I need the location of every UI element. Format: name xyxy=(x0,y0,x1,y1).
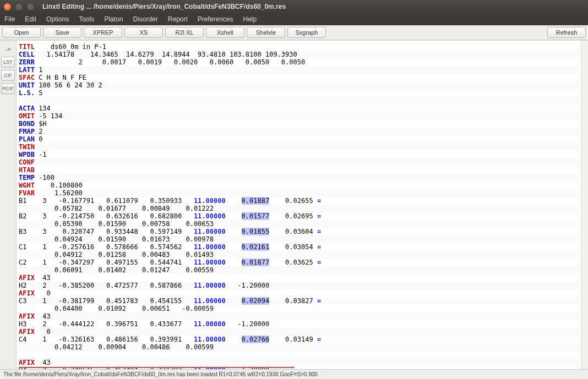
minimize-icon[interactable] xyxy=(15,3,23,11)
menu-edit[interactable]: Edit xyxy=(25,15,36,23)
menu-file[interactable]: File xyxy=(4,15,15,23)
sidebar-arrow[interactable]: -> xyxy=(0,45,16,54)
menu-tools[interactable]: Tools xyxy=(79,15,94,23)
sidebar: -> LST CIF PCIF xyxy=(0,41,17,369)
menu-platon[interactable]: Platon xyxy=(104,15,123,23)
toolbar: Open Save XPREP XS R2l XL Xshell Shelxle… xyxy=(0,25,588,40)
shelxle-button[interactable]: Shelxle xyxy=(247,27,285,38)
tab-cif[interactable]: CIF xyxy=(1,70,15,81)
maximize-icon[interactable] xyxy=(26,3,35,11)
scrollbar[interactable] xyxy=(581,41,588,369)
sxgraph-button[interactable]: Sxgraph xyxy=(287,27,326,38)
window-title: Linxtl Editing ... /home/denis/Piers/Xra… xyxy=(42,3,286,10)
xshell-button[interactable]: Xshell xyxy=(206,27,244,38)
tab-pcif[interactable]: PCIF xyxy=(1,83,15,94)
tab-lst[interactable]: LST xyxy=(1,57,15,68)
xprep-button[interactable]: XPREP xyxy=(84,27,122,38)
statusbar: The file /home/denis/Piers/Xray/Iron_Cob… xyxy=(0,369,588,379)
open-button[interactable]: Open xyxy=(2,27,41,38)
titlebar: Linxtl Editing ... /home/denis/Piers/Xra… xyxy=(0,0,588,13)
refresh-button[interactable]: Refresh xyxy=(547,27,586,38)
menu-disorder[interactable]: Disorder xyxy=(133,15,157,23)
main-area: -> LST CIF PCIF TITL ds60_0m in P-1CELL … xyxy=(0,40,588,369)
xs-button[interactable]: XS xyxy=(124,27,163,38)
menu-preferences[interactable]: Preferences xyxy=(198,15,233,23)
r2xl-button[interactable]: R2l XL xyxy=(165,27,204,38)
close-icon[interactable] xyxy=(3,3,12,11)
editor-text[interactable]: TITL ds60_0m in P-1CELL 1.54178 14.3465 … xyxy=(17,41,581,369)
save-button[interactable]: Save xyxy=(43,27,81,38)
status-text: The file /home/denis/Piers/Xray/Iron_Cob… xyxy=(3,371,318,377)
menu-help[interactable]: Help xyxy=(243,15,257,23)
menubar: File Edit Options Tools Platon Disorder … xyxy=(0,13,588,25)
menu-options[interactable]: Options xyxy=(46,15,69,23)
menu-report[interactable]: Report xyxy=(168,15,188,23)
